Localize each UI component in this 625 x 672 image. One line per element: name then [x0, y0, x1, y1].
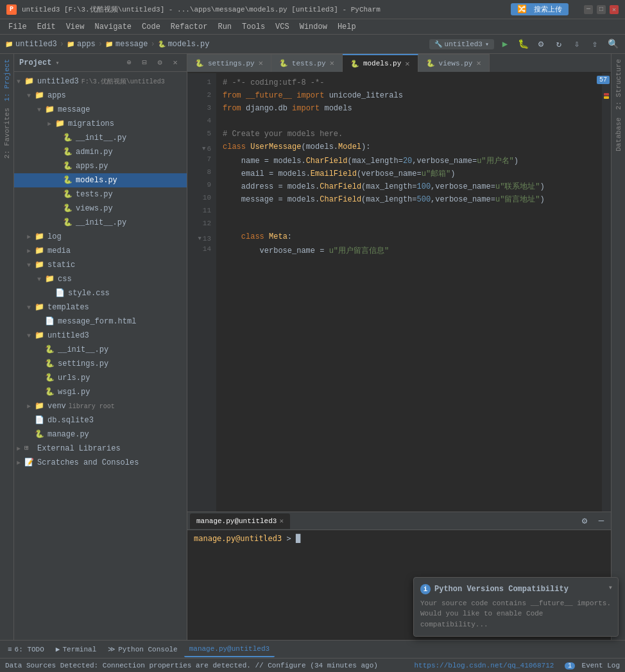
tree-item-messagehtml[interactable]: ► 📄 message_form.html [14, 314, 187, 329]
todo-icon: ≡ [8, 646, 12, 653]
tree-item-init3[interactable]: ► 🐍 __init__.py [14, 343, 187, 357]
tree-item-message[interactable]: ▼ 📁 message [14, 103, 187, 117]
breadcrumb-untitled3[interactable]: untitled3 [15, 40, 57, 49]
structure-label[interactable]: 2: Structure [613, 56, 624, 112]
btm-tab-manage[interactable]: manage.py@untitled3 [184, 642, 275, 657]
menu-refactor[interactable]: Refactor [166, 21, 213, 33]
database-label[interactable]: Database [613, 115, 624, 154]
tree-item-init1[interactable]: ► 🐍 __init__.py [14, 131, 187, 145]
code-line-7: name = models.CharField(max_length=20,ve… [223, 155, 595, 168]
settings-button[interactable]: ⚙ [153, 56, 166, 69]
menu-view[interactable]: View [61, 21, 90, 33]
tree-label-migrations: migrations [68, 119, 114, 128]
tree-label-untitled3pkg: untitled3 [47, 331, 89, 340]
status-bar: Data Sources Detected: Connection proper… [0, 658, 625, 672]
menu-help[interactable]: Help [332, 21, 361, 33]
tree-item-wsgipy[interactable]: ► 🐍 wsgi.py [14, 385, 187, 399]
profile-button[interactable]: ↻ [552, 37, 566, 51]
project-tool-label[interactable]: 1: Project [2, 56, 12, 104]
close-tests-tab[interactable]: ✕ [330, 58, 334, 68]
ext-icon: ⊞ [24, 444, 35, 454]
tree-item-css[interactable]: ▼ 📁 css [14, 272, 187, 286]
status-url[interactable]: https://blog.csdn.net/qq_41068712 [415, 662, 554, 669]
menu-navigate[interactable]: Navigate [89, 21, 137, 33]
window-controls: ─ □ ✕ [584, 5, 619, 14]
tree-item-appspy[interactable]: ► 🐍 apps.py [14, 159, 187, 173]
menu-code[interactable]: Code [137, 21, 166, 33]
tree-item-init2[interactable]: ► 🐍 __init__.py [14, 216, 187, 230]
tab-settingspy[interactable]: 🐍 settings.py ✕ [187, 54, 271, 72]
tree-item-log[interactable]: ► 📁 log [14, 230, 187, 244]
run-button[interactable]: ▶ [498, 37, 512, 51]
search-everywhere-button[interactable]: 🔍 [606, 37, 620, 51]
tree-label-venv: venv [47, 402, 66, 411]
tree-item-templates[interactable]: ▼ 📁 templates [14, 300, 187, 314]
tree-item-testspy[interactable]: ► 🐍 tests.py [14, 187, 187, 202]
minimize-button[interactable]: ─ [584, 5, 593, 14]
tree-item-static[interactable]: ▼ 📁 static [14, 258, 187, 272]
notification-expand-button[interactable]: ▾ [608, 583, 613, 592]
breadcrumb-apps[interactable]: apps [77, 40, 96, 49]
close-terminal-tab[interactable]: ✕ [279, 517, 284, 525]
terminal-tab-manage[interactable]: manage.py@untitled3 ✕ [190, 513, 290, 529]
breadcrumb-models[interactable]: models.py [168, 40, 210, 49]
tree-item-extlib[interactable]: ► ⊞ External Libraries [14, 442, 187, 456]
tree-label-log: log [47, 232, 62, 241]
tab-viewspy[interactable]: 🐍 views.py ✕ [418, 54, 490, 72]
coverage-button[interactable]: ⚙ [534, 37, 548, 51]
error-marker-1 [604, 93, 609, 96]
tree-item-venv[interactable]: ► 📁 venv library root [14, 399, 187, 413]
breadcrumb-message[interactable]: message [116, 40, 148, 49]
tree-item-scratches[interactable]: ► 📝 Scratches and Consoles [14, 456, 187, 470]
menu-file[interactable]: File [3, 21, 32, 33]
tree-item-urlspy[interactable]: ► 🐍 urls.py [14, 371, 187, 385]
close-settings-tab[interactable]: ✕ [259, 58, 263, 68]
tree-item-settingspy[interactable]: ► 🐍 settings.py [14, 357, 187, 371]
tree-item-modelspy[interactable]: ► 🐍 models.py [14, 173, 187, 187]
tree-item-root[interactable]: ▼ 📁 untitled3 F:\3.优酷视频\untitled3 [14, 74, 187, 89]
tree-label-init1: __init__.py [76, 134, 126, 142]
locate-file-button[interactable]: ⊕ [123, 56, 135, 69]
collapse-button[interactable]: ⊟ [138, 56, 151, 69]
terminal-minimize-button[interactable]: ─ [594, 514, 608, 528]
vcs-commit-button[interactable]: ⇧ [588, 37, 602, 51]
menu-tools[interactable]: Tools [237, 21, 270, 33]
tree-item-viewspy[interactable]: ► 🐍 views.py [14, 202, 187, 216]
run-config-selector[interactable]: 🔧 untitled3 ▾ [429, 39, 494, 49]
tree-view[interactable]: ▼ 📁 untitled3 F:\3.优酷视频\untitled3 ▼ 📁 ap… [14, 72, 187, 640]
close-views-tab[interactable]: ✕ [476, 58, 481, 68]
menu-vcs[interactable]: VCS [270, 21, 295, 33]
maximize-button[interactable]: □ [597, 5, 606, 14]
close-panel-button[interactable]: ✕ [169, 56, 182, 69]
favorites-label[interactable]: 2: Favorites [2, 105, 12, 161]
left-panel: Project ▾ ⊕ ⊟ ⚙ ✕ ▼ 📁 untitled3 F:\3.优酷视… [14, 54, 187, 640]
event-log-label[interactable]: Event Log [582, 662, 620, 669]
vcs-update-button[interactable]: ⇩ [570, 37, 584, 51]
vcs-search-button[interactable]: 🔀 搜索上传 [511, 3, 569, 15]
code-content[interactable]: # -*- coding:utf-8 -*- from __future__ i… [216, 73, 602, 512]
menu-window[interactable]: Window [295, 21, 332, 33]
terminal-settings-button[interactable]: ⚙ [578, 514, 592, 528]
close-models-tab[interactable]: ✕ [405, 59, 409, 69]
btm-tab-todo[interactable]: ≡ 6: TODO [3, 642, 49, 657]
tree-item-stylecss[interactable]: ► 📄 style.css [14, 286, 187, 300]
tab-testspy[interactable]: 🐍 tests.py ✕ [271, 54, 343, 72]
btm-tab-terminal[interactable]: ▶ Terminal [51, 642, 101, 657]
menu-edit[interactable]: Edit [32, 21, 61, 33]
debug-button[interactable]: 🐛 [516, 37, 530, 51]
line-7: 7 [187, 155, 211, 168]
btm-tab-python-console[interactable]: ≫ Python Console [103, 642, 182, 657]
tree-item-dbsqlite3[interactable]: ► 📄 db.sqlite3 [14, 413, 187, 427]
editor-tab-bar: 🐍 settings.py ✕ 🐍 tests.py ✕ 🐍 models.py… [187, 54, 611, 73]
tab-modelspy[interactable]: 🐍 models.py ✕ [343, 54, 418, 72]
tree-arrow-root[interactable]: ▼ [17, 78, 24, 85]
tree-item-media[interactable]: ► 📁 media [14, 244, 187, 258]
tree-item-managepy[interactable]: ► 🐍 manage.py [14, 427, 187, 442]
tree-item-adminpy[interactable]: ► 🐍 admin.py [14, 145, 187, 159]
menu-run[interactable]: Run [212, 21, 237, 33]
tree-item-migrations[interactable]: ► 📁 migrations [14, 117, 187, 131]
close-button[interactable]: ✕ [610, 5, 619, 14]
right-gutter: 57 [602, 73, 611, 512]
tree-item-apps[interactable]: ▼ 📁 apps [14, 89, 187, 103]
tree-item-untitled3pkg[interactable]: ▼ 📁 untitled3 [14, 329, 187, 343]
